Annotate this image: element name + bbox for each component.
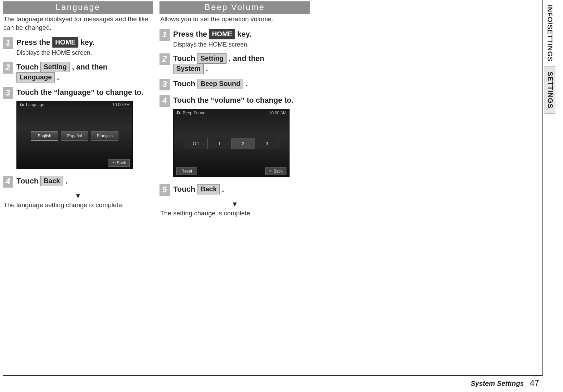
page-number: 47 [530,378,539,388]
step: 2 Touch Setting , and then Language . [3,62,153,83]
step-body: Press the HOME key. Displays the HOME sc… [173,29,310,49]
step: 4 Touch the “volume” to change to. Beep … [159,95,310,179]
down-arrow-icon: ▼ [3,192,153,199]
volume-option-off[interactable]: Off [184,138,208,149]
volume-option-1[interactable]: 1 [208,138,231,149]
step: 4 Touch Back . [3,176,153,188]
option-english[interactable]: English [31,131,58,141]
page-content: Language The language displayed for mess… [0,0,442,217]
language-button: Language [16,72,55,83]
screenshot-time: 10:00 AM [112,102,130,107]
footer-line [3,375,542,376]
step-subtext: Displays the HOME screen. [16,49,153,57]
volume-option-3[interactable]: 3 [255,138,279,149]
setting-button: Setting [197,53,227,64]
step-body: Press the HOME key. Displays the HOME sc… [16,37,153,57]
step-body: Touch Back . [16,176,153,188]
down-arrow-icon: ▼ [159,201,310,207]
column-beep-volume: Beep Volume Allows you to set the operat… [159,1,310,217]
step-body: Touch the “language” to change to. Langu… [16,87,153,172]
step-body: Touch Setting , and then Language . [16,62,153,83]
back-arrow-icon: ↶ [112,161,116,165]
screenshot-beep: Beep Sound 10:00 AM Off 1 2 3 Reset ↶ Ba… [173,109,290,177]
step-number: 4 [3,176,13,188]
footer: System Settings 47 [471,378,539,388]
volume-option-2[interactable]: 2 [232,138,255,149]
screenshot-title: Beep Sound [176,111,205,115]
screenshot-options: English Español Français [17,131,132,141]
intro-beep: Allows you to set the operation volume. [159,14,310,27]
result-text: The language setting change is complete. [3,201,153,209]
section-header-language: Language [3,1,153,14]
screenshot-time: 10:00 AM [269,111,286,115]
step: 3 Touch Beep Sound . [159,79,310,90]
step-body: Touch the “volume” to change to. Beep So… [173,95,310,179]
setting-button: Setting [40,62,70,72]
column-language: Language The language displayed for mess… [3,1,153,217]
step-title: Touch Beep Sound . [173,79,310,89]
step-title: Touch Back . [16,176,153,186]
step-body: Touch Back . [173,184,310,196]
step: 5 Touch Back . [159,184,310,196]
step-title: Touch Setting , and then System . [173,53,310,74]
side-line [542,0,543,376]
step-title: Press the HOME key. [173,29,310,39]
screenshot-topbar: Language 10:00 AM [17,101,132,109]
step-number: 2 [159,53,170,65]
step-body: Touch Setting , and then System . [173,53,310,74]
footer-title: System Settings [471,380,524,387]
option-espanol[interactable]: Español [61,131,88,141]
step-title: Press the HOME key. [16,37,153,48]
step-number: 1 [159,29,170,41]
step-number: 4 [159,95,170,107]
step-title: Touch the “volume” to change to. [173,95,310,105]
step: 1 Press the HOME key. Displays the HOME … [3,37,153,57]
step-title: Touch the “language” to change to. [16,87,153,98]
screenshot-reset-button[interactable]: Reset [176,167,197,175]
option-francais[interactable]: Français [91,131,118,141]
screenshot-back-button[interactable]: ↶ Back [265,167,286,175]
step-title: Touch Back . [173,184,310,194]
side-tab-settings: SETTINGS [545,66,555,114]
screenshot-language: Language 10:00 AM English Español França… [16,101,133,169]
screenshot-title: Language [20,102,44,107]
intro-language: The language displayed for messages and … [3,14,153,35]
section-header-beep: Beep Volume [159,1,310,14]
home-key: HOME [209,29,235,39]
side-tabs: INFO/SETTINGS SETTINGS [545,0,563,114]
result-text: The setting change is complete. [159,210,310,217]
gear-icon [20,103,24,107]
step: 1 Press the HOME key. Displays the HOME … [159,29,310,49]
gear-icon [176,111,181,115]
step: 3 Touch the “language” to change to. Lan… [3,87,153,172]
home-key: HOME [52,37,78,48]
step-number: 1 [3,37,13,49]
screenshot-back-button[interactable]: ↶ Back [108,159,130,167]
side-tab-info-settings: INFO/SETTINGS [545,0,555,66]
step-subtext: Displays the HOME screen. [173,41,310,49]
screenshot-volume-row: Off 1 2 3 [184,138,279,149]
system-button: System [173,64,204,74]
back-button: Back [40,176,63,186]
step: 2 Touch Setting , and then System . [159,53,310,74]
back-arrow-icon: ↶ [269,169,272,174]
step-number: 3 [3,87,13,99]
step-number: 5 [159,184,170,196]
step-number: 3 [159,79,170,90]
screenshot-topbar: Beep Sound 10:00 AM [174,109,289,117]
step-number: 2 [3,62,13,74]
back-button: Back [197,184,220,194]
beep-sound-button: Beep Sound [197,79,243,89]
step-body: Touch Beep Sound . [173,79,310,90]
step-title: Touch Setting , and then Language . [16,62,153,83]
